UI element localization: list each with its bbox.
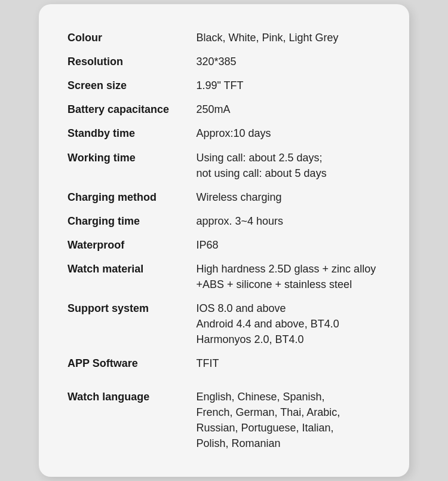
spec-value: 250mA (196, 97, 381, 121)
spec-label: Resolution (67, 50, 196, 73)
spec-value: approx. 3~4 hours (196, 209, 381, 233)
spec-label: Charging time (67, 209, 196, 233)
table-row: Support systemIOS 8.0 and aboveAndroid 4… (67, 296, 381, 351)
spec-value: Black, White, Pink, Light Grey (196, 26, 381, 50)
spec-label: Watch material (67, 257, 196, 296)
spec-value: IP68 (196, 233, 381, 257)
spec-value: IOS 8.0 and aboveAndroid 4.4 and above, … (196, 296, 381, 351)
spec-label: Support system (67, 296, 196, 351)
table-row: Screen size1.99" TFT (67, 73, 381, 97)
spec-value: TFIT (196, 351, 381, 375)
table-row: ColourBlack, White, Pink, Light Grey (67, 26, 381, 50)
spec-value: 1.99" TFT (196, 73, 381, 97)
table-row: APP SoftwareTFIT (67, 351, 381, 375)
spec-value: 320*385 (196, 50, 381, 73)
spec-label: Waterproof (67, 233, 196, 257)
spec-label: Battery capacitance (67, 97, 196, 121)
spec-label: Colour (67, 26, 196, 50)
table-row: Charging timeapprox. 3~4 hours (67, 209, 381, 233)
spec-label: Charging method (67, 185, 196, 209)
table-row: Watch languageEnglish, Chinese, Spanish,… (67, 385, 381, 455)
spacer-row (67, 376, 381, 385)
spec-card: ColourBlack, White, Pink, Light GreyReso… (39, 4, 409, 477)
spec-value: English, Chinese, Spanish,French, German… (196, 385, 381, 455)
table-row: Resolution320*385 (67, 50, 381, 73)
spec-value: High hardness 2.5D glass + zinc alloy+AB… (196, 257, 381, 296)
spec-label: Working time (67, 146, 196, 185)
table-row: Working timeUsing call: about 2.5 days;n… (67, 146, 381, 185)
table-row: WaterproofIP68 (67, 233, 381, 257)
spec-value: Using call: about 2.5 days;not using cal… (196, 146, 381, 185)
spec-value: Approx:10 days (196, 121, 381, 145)
table-row: Battery capacitance250mA (67, 97, 381, 121)
spec-label: APP Software (67, 351, 196, 375)
spec-label: Watch language (67, 385, 196, 455)
table-row: Charging methodWireless charging (67, 185, 381, 209)
spec-label: Screen size (67, 73, 196, 97)
spec-value: Wireless charging (196, 185, 381, 209)
spec-label: Standby time (67, 121, 196, 145)
table-row: Standby timeApprox:10 days (67, 121, 381, 145)
spec-table: ColourBlack, White, Pink, Light GreyReso… (67, 26, 381, 455)
table-row: Watch materialHigh hardness 2.5D glass +… (67, 257, 381, 296)
